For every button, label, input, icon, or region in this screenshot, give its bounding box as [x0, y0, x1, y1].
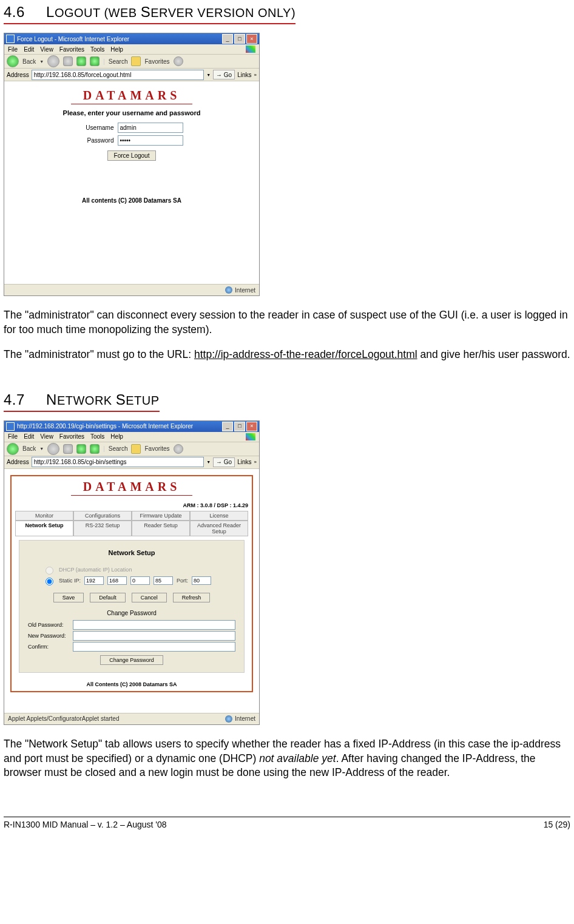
ie-icon: [6, 422, 15, 431]
window-titlebar: http://192.168.200.19/cgi-bin/settings -…: [4, 421, 259, 432]
login-form: Username Password Force Logout: [4, 123, 259, 161]
menu-help[interactable]: Help: [110, 433, 123, 440]
back-label[interactable]: Back: [22, 445, 36, 452]
default-button[interactable]: Default: [90, 593, 126, 602]
menu-file[interactable]: File: [8, 433, 18, 440]
internet-zone-icon: [225, 286, 232, 294]
section-title: LOGOUT (WEB SERVER VERSION ONLY): [46, 4, 295, 20]
links-label[interactable]: Links: [237, 459, 251, 465]
old-password-label: Old Password:: [28, 622, 69, 628]
back-icon[interactable]: [7, 443, 19, 455]
tab-configurations[interactable]: Configurations: [73, 511, 132, 521]
address-label: Address: [7, 459, 29, 465]
page-footer: R-IN1300 MID Manual – v. 1.2 – August '0…: [4, 817, 570, 829]
login-prompt: Please, enter your username and password: [4, 109, 259, 116]
cancel-button[interactable]: Cancel: [132, 593, 167, 602]
old-password-input[interactable]: [73, 620, 235, 630]
window-title: Force Logout - Microsoft Internet Explor…: [17, 36, 129, 42]
tab-network-setup[interactable]: Network Setup: [15, 521, 73, 536]
close-button[interactable]: ×: [246, 422, 257, 431]
menu-tools[interactable]: Tools: [90, 433, 104, 440]
menu-favorites[interactable]: Favorites: [59, 46, 84, 53]
ip-octet-2[interactable]: [107, 576, 127, 585]
tab-rs232-setup[interactable]: RS-232 Setup: [73, 521, 132, 536]
save-button[interactable]: Save: [53, 593, 84, 602]
maximize-button[interactable]: □: [234, 34, 245, 44]
menu-view[interactable]: View: [40, 433, 53, 440]
media-icon[interactable]: [174, 56, 183, 66]
tab-strip: Monitor Configurations Firmware Update L…: [15, 511, 248, 536]
password-label: Password: [81, 137, 114, 144]
change-password-button[interactable]: Change Password: [100, 655, 163, 665]
port-label: Port:: [177, 578, 188, 584]
port-input[interactable]: [192, 576, 211, 585]
address-input[interactable]: [32, 457, 204, 467]
forward-icon[interactable]: [47, 55, 59, 67]
address-input[interactable]: [32, 70, 204, 80]
forward-icon[interactable]: [47, 443, 59, 455]
section-title: NETWORK SETUP: [46, 391, 160, 408]
menu-help[interactable]: Help: [110, 46, 123, 53]
confirm-password-input[interactable]: [73, 642, 235, 652]
menu-bar: File Edit View Favorites Tools Help: [4, 432, 259, 442]
dhcp-radio: [46, 567, 53, 575]
status-text: Internet: [235, 715, 255, 722]
minimize-button[interactable]: _: [222, 34, 233, 44]
ip-octet-4[interactable]: [154, 576, 173, 585]
tab-license[interactable]: License: [190, 511, 248, 521]
refresh-icon[interactable]: [76, 56, 86, 66]
tab-monitor[interactable]: Monitor: [15, 511, 73, 521]
minimize-button[interactable]: _: [222, 422, 233, 431]
section-heading-4-6: 4.6 LOGOUT (WEB SERVER VERSION ONLY): [4, 0, 570, 33]
stop-icon[interactable]: [63, 444, 73, 454]
dhcp-label: DHCP (automatic IP) Location: [59, 567, 132, 573]
force-logout-url: http://ip-address-of-the-reader/forceLog…: [194, 348, 417, 360]
menu-favorites[interactable]: Favorites: [59, 433, 84, 440]
favorites-icon[interactable]: [131, 444, 141, 454]
menu-tools[interactable]: Tools: [90, 46, 104, 53]
datamars-logo: DATAMARS: [4, 89, 259, 104]
go-button[interactable]: → Go: [213, 70, 235, 79]
windows-flag-icon: [246, 46, 255, 53]
new-password-input[interactable]: [73, 631, 235, 641]
maximize-button[interactable]: □: [234, 422, 245, 431]
tab-firmware-update[interactable]: Firmware Update: [132, 511, 190, 521]
media-icon[interactable]: [174, 444, 183, 454]
window-title: http://192.168.200.19/cgi-bin/settings -…: [17, 423, 193, 430]
copyright-text: All contents (C) 2008 Datamars SA: [4, 197, 259, 204]
static-ip-label: Static IP:: [59, 578, 81, 584]
menu-edit[interactable]: Edit: [24, 433, 34, 440]
status-text: Internet: [235, 287, 255, 294]
ip-octet-1[interactable]: [84, 576, 104, 585]
home-icon[interactable]: [90, 56, 100, 66]
datamars-logo: DATAMARS: [12, 480, 252, 496]
stop-icon[interactable]: [63, 56, 73, 66]
search-label[interactable]: Search: [109, 58, 128, 65]
favorites-label[interactable]: Favorites: [144, 445, 169, 452]
force-logout-button[interactable]: Force Logout: [107, 150, 157, 161]
network-setup-panel: Network Setup DHCP (automatic IP) Locati…: [19, 540, 245, 673]
menu-edit[interactable]: Edit: [24, 46, 34, 53]
static-ip-radio[interactable]: [46, 578, 53, 585]
toolbar: Back ▼ | Search Favorites: [4, 442, 259, 456]
search-label[interactable]: Search: [109, 445, 128, 452]
favorites-label[interactable]: Favorites: [144, 58, 169, 65]
back-icon[interactable]: [7, 55, 19, 67]
refresh-button[interactable]: Refresh: [173, 593, 211, 602]
close-button[interactable]: ×: [246, 34, 257, 44]
go-button[interactable]: → Go: [213, 457, 235, 467]
favorites-icon[interactable]: [131, 56, 141, 66]
tab-advanced-reader-setup[interactable]: Advanced Reader Setup: [190, 521, 248, 536]
back-label[interactable]: Back: [22, 58, 36, 65]
refresh-icon[interactable]: [76, 444, 86, 454]
internet-zone-icon: [225, 715, 232, 723]
links-label[interactable]: Links: [237, 72, 251, 78]
home-icon[interactable]: [90, 444, 100, 454]
password-input[interactable]: [118, 135, 183, 146]
tab-reader-setup[interactable]: Reader Setup: [132, 521, 190, 536]
username-input[interactable]: [118, 123, 183, 133]
menu-view[interactable]: View: [40, 46, 53, 53]
ip-octet-3[interactable]: [130, 576, 150, 585]
menu-bar: File Edit View Favorites Tools Help: [4, 44, 259, 55]
menu-file[interactable]: File: [8, 46, 18, 53]
